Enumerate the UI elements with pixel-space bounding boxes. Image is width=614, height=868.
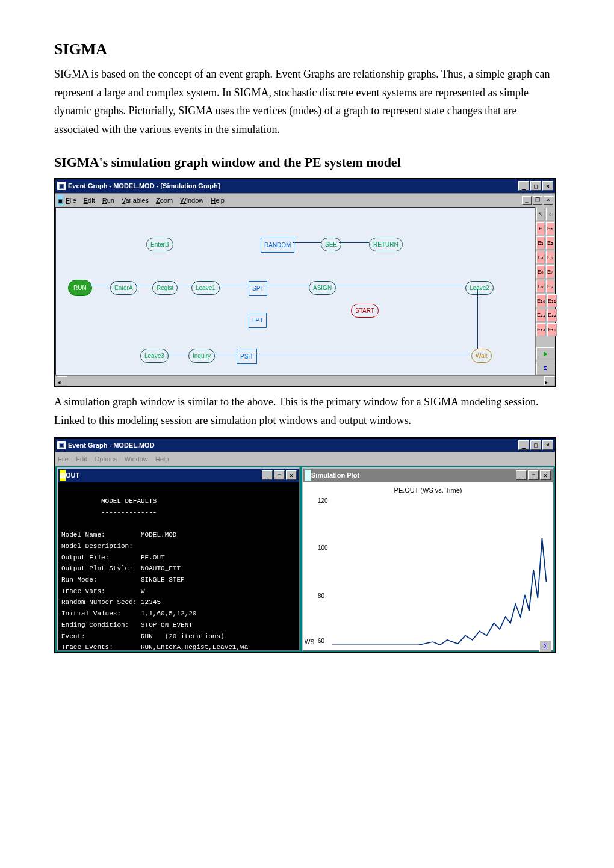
sigma-graph-window: ▣ Event Graph - MODEL.MOD - [Simulation … xyxy=(54,178,556,387)
node-wait[interactable]: Wait xyxy=(471,349,492,363)
node-psit[interactable]: PSIT xyxy=(237,349,257,364)
node-leave1[interactable]: Leave1 xyxy=(191,281,220,295)
minimize-button[interactable]: _ xyxy=(518,181,529,191)
window-title-2: Event Graph - MODEL.MOD xyxy=(68,440,155,451)
menu2-window[interactable]: Window xyxy=(125,454,148,465)
mdi-restore-button[interactable]: ❐ xyxy=(533,196,542,205)
node-return[interactable]: RETURN xyxy=(369,238,403,251)
node-leave2[interactable]: Leave2 xyxy=(465,281,494,295)
menu-edit[interactable]: Edit xyxy=(84,195,95,206)
sigma-output-window: ▣ Event Graph - MODEL.MOD _ □ × File Edi… xyxy=(54,437,556,653)
tool-sigma-icon[interactable]: Σ xyxy=(536,362,554,375)
close-button-2[interactable]: × xyxy=(542,440,553,450)
ytick-60: 60 xyxy=(318,636,324,646)
node-lpt[interactable]: LPT xyxy=(249,313,267,328)
heading-sigma: SIGMA xyxy=(54,36,560,63)
node-regist[interactable]: Regist xyxy=(152,281,178,295)
node-leave3[interactable]: Leave3 xyxy=(140,349,169,363)
menu-run[interactable]: Run xyxy=(102,195,114,206)
node-random[interactable]: RANDOM xyxy=(261,238,294,253)
tool-e14[interactable]: E₁₄ xyxy=(536,323,546,336)
menu2-options[interactable]: Options xyxy=(95,454,117,465)
out-close-button[interactable]: × xyxy=(286,470,297,480)
plot-polyline xyxy=(332,538,547,645)
menu2-file[interactable]: File xyxy=(58,454,69,465)
menu-help[interactable]: Help xyxy=(211,195,225,206)
maximize-button[interactable]: □ xyxy=(530,181,541,191)
menu-file[interactable]: File xyxy=(66,195,76,206)
node-entera[interactable]: EnterA xyxy=(110,281,137,295)
out-title-text: OUT xyxy=(66,470,79,481)
menubar-2: File Edit Options Window Help xyxy=(55,452,555,466)
node-see[interactable]: SEE xyxy=(321,238,341,251)
minimize-button-2[interactable]: _ xyxy=(518,440,529,450)
out-icon: ▤ xyxy=(60,470,66,481)
titlebar-2[interactable]: ▣ Event Graph - MODEL.MOD _ □ × xyxy=(55,439,555,452)
plot-area xyxy=(332,494,548,645)
titlebar[interactable]: ▣ Event Graph - MODEL.MOD - [Simulation … xyxy=(55,179,555,193)
node-start[interactable]: START xyxy=(351,304,379,318)
bottom-tool-strip: Σ xyxy=(539,640,551,652)
plot-titlebar[interactable]: ◫ Simulation Plot _ □ × xyxy=(303,469,553,482)
ytick-120: 120 xyxy=(318,496,328,506)
tool-pointer-icon[interactable]: ↖ xyxy=(536,208,545,221)
mdi-menubar-row: ▣ File Edit Run Variables Zoom Window He… xyxy=(55,193,555,208)
tool-e15[interactable]: E₁₅ xyxy=(547,323,557,336)
out-titlebar[interactable]: ▤ OUT _ □ × xyxy=(58,469,299,482)
plot-maximize-button[interactable]: □ xyxy=(528,470,539,480)
tool-e6[interactable]: E₆ xyxy=(536,265,545,279)
tool-e11[interactable]: E₁₁ xyxy=(547,294,557,307)
node-enterb[interactable]: EnterB xyxy=(146,238,173,251)
tool-e7[interactable]: E₇ xyxy=(546,265,554,279)
tool-e8[interactable]: E₈ xyxy=(536,280,545,293)
ytick-100: 100 xyxy=(318,543,328,553)
ytick-80: 80 xyxy=(318,591,324,601)
plot-line-svg xyxy=(332,494,548,645)
node-run[interactable]: RUN xyxy=(68,280,92,296)
plot-icon: ◫ xyxy=(305,470,311,481)
graph-canvas[interactable]: RUN EnterA Regist Leave1 SPT ASIGN Leave… xyxy=(55,207,535,375)
tool-palette: ↖ ○ EE₁ E₂E₃ E₄E₅ E₆E₇ E₈E₉ E₁₀E₁₁ E₁₂E₁… xyxy=(535,207,555,375)
tool-play-icon[interactable]: ▶ xyxy=(536,347,554,360)
node-spt[interactable]: SPT xyxy=(249,281,267,296)
menu-zoom[interactable]: Zoom xyxy=(156,195,173,206)
out-text-area[interactable]: MODEL DEFAULTS -------------- Model Name… xyxy=(58,482,299,650)
mdi-minimize-button[interactable]: _ xyxy=(522,196,532,205)
close-button[interactable]: × xyxy=(542,181,553,191)
tool-e2[interactable]: E₂ xyxy=(536,236,545,250)
scroll-right-button[interactable]: ▸ xyxy=(544,376,555,386)
app-icon-2: ▣ xyxy=(57,441,66,449)
plot-ylabel: WS xyxy=(305,637,314,647)
plot-canvas[interactable]: PE.OUT (WS vs. Time) 120 100 80 60 WS xyxy=(303,482,553,650)
para-after-graph: A simulation graph window is similar to … xyxy=(54,393,560,429)
node-asign[interactable]: ASIGN xyxy=(309,281,336,295)
plot-minimize-button[interactable]: _ xyxy=(516,470,527,480)
scroll-left-button[interactable]: ◂ xyxy=(57,376,67,386)
mdi-close-button[interactable]: × xyxy=(544,196,553,205)
plot-close-button[interactable]: × xyxy=(540,470,551,480)
tool-e13[interactable]: E₁₃ xyxy=(547,309,557,322)
menu2-edit[interactable]: Edit xyxy=(76,454,87,465)
node-inquiry[interactable]: Inquiry xyxy=(188,349,215,363)
heading-graph-window: SIGMA's simulation graph window and the … xyxy=(54,151,560,173)
menu-variables[interactable]: Variables xyxy=(122,195,149,206)
tool-e5[interactable]: E₅ xyxy=(546,251,554,264)
tool-e1[interactable]: E₁ xyxy=(546,222,554,235)
menu-window[interactable]: Window xyxy=(180,195,203,206)
maximize-button-2[interactable]: □ xyxy=(530,440,541,450)
bottom-sigma-icon[interactable]: Σ xyxy=(539,640,551,652)
out-minimize-button[interactable]: _ xyxy=(262,470,273,480)
plot-subwindow: ◫ Simulation Plot _ □ × PE.OUT (WS vs. T… xyxy=(302,467,554,651)
tool-e[interactable]: E xyxy=(536,222,545,235)
para-intro: SIGMA is based on the concept of an even… xyxy=(54,65,560,138)
tool-e12[interactable]: E₁₂ xyxy=(536,309,546,322)
horizontal-scrollbar[interactable]: ◂ ▸ xyxy=(55,375,555,386)
out-maximize-button[interactable]: □ xyxy=(274,470,285,480)
tool-e10[interactable]: E₁₀ xyxy=(536,294,546,307)
tool-node-icon[interactable]: ○ xyxy=(546,208,554,221)
tool-e4[interactable]: E₄ xyxy=(536,251,545,264)
mdi-icon: ▣ xyxy=(57,195,63,206)
tool-e3[interactable]: E₃ xyxy=(546,236,554,250)
menu2-help[interactable]: Help xyxy=(155,454,169,465)
tool-e9[interactable]: E₉ xyxy=(546,280,554,293)
